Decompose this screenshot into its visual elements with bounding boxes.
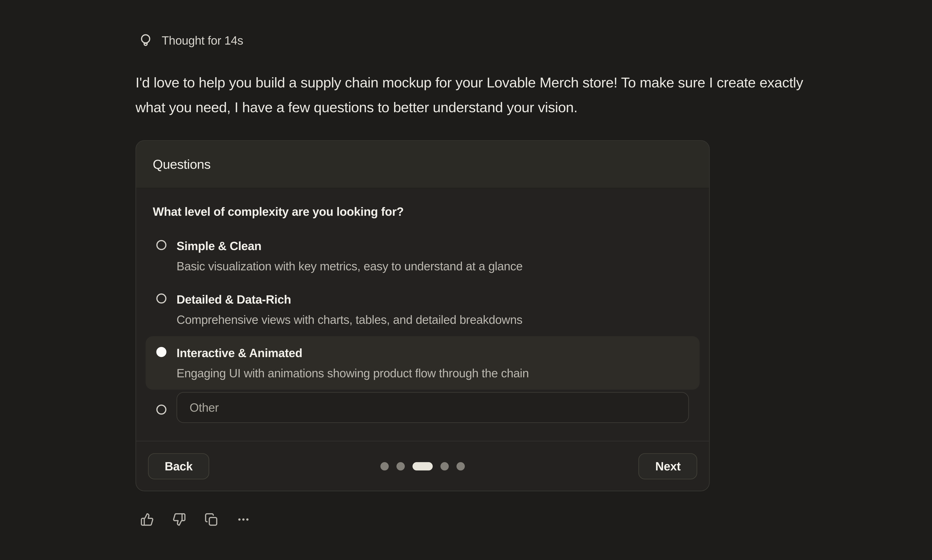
option-label: Detailed & Data-Rich: [177, 289, 522, 309]
pagination-dot: [456, 462, 465, 470]
thought-label: Thought for 14s: [162, 34, 243, 47]
card-title: Questions: [136, 141, 709, 188]
pagination-dot-active: [413, 462, 433, 470]
option-detailed-data-rich[interactable]: Detailed & Data-Rich Comprehensive views…: [146, 283, 699, 336]
radio-unchecked-icon[interactable]: [156, 405, 166, 414]
other-input[interactable]: [177, 392, 689, 423]
question-text: What level of complexity are you looking…: [153, 205, 692, 218]
chat-view: Thought for 14s I'd love to help you bui…: [0, 0, 932, 560]
option-label: Simple & Clean: [177, 236, 522, 256]
questions-card: Questions What level of complexity are y…: [136, 140, 710, 491]
thumbs-down-icon[interactable]: [173, 512, 186, 526]
pagination-dot: [396, 462, 405, 470]
message-actions: [140, 512, 932, 526]
option-description: Basic visualization with key metrics, ea…: [177, 256, 522, 276]
option-simple-clean[interactable]: Simple & Clean Basic visualization with …: [146, 229, 699, 283]
radio-unchecked-icon[interactable]: [156, 240, 166, 250]
back-button[interactable]: Back: [148, 453, 209, 479]
pagination-dot: [381, 462, 389, 470]
card-body: What level of complexity are you looking…: [136, 188, 709, 431]
thought-toggle[interactable]: Thought for 14s: [138, 32, 243, 48]
pagination-dot: [441, 462, 449, 470]
radio-unchecked-icon[interactable]: [156, 293, 166, 303]
lightbulb-icon: [138, 32, 153, 48]
thumbs-up-icon[interactable]: [140, 512, 154, 526]
copy-icon[interactable]: [205, 512, 218, 526]
more-options-icon[interactable]: [237, 512, 250, 526]
option-interactive-animated[interactable]: Interactive & Animated Engaging UI with …: [146, 336, 699, 390]
option-other: [146, 390, 699, 423]
option-label: Interactive & Animated: [177, 343, 529, 363]
radio-checked-icon[interactable]: [156, 347, 166, 357]
card-footer: Back Next: [136, 441, 709, 491]
assistant-message: I'd love to help you build a supply chai…: [136, 70, 834, 120]
pagination-dots: [381, 462, 465, 470]
option-description: Engaging UI with animations showing prod…: [177, 363, 529, 383]
next-button[interactable]: Next: [639, 453, 697, 479]
option-description: Comprehensive views with charts, tables,…: [177, 309, 522, 330]
